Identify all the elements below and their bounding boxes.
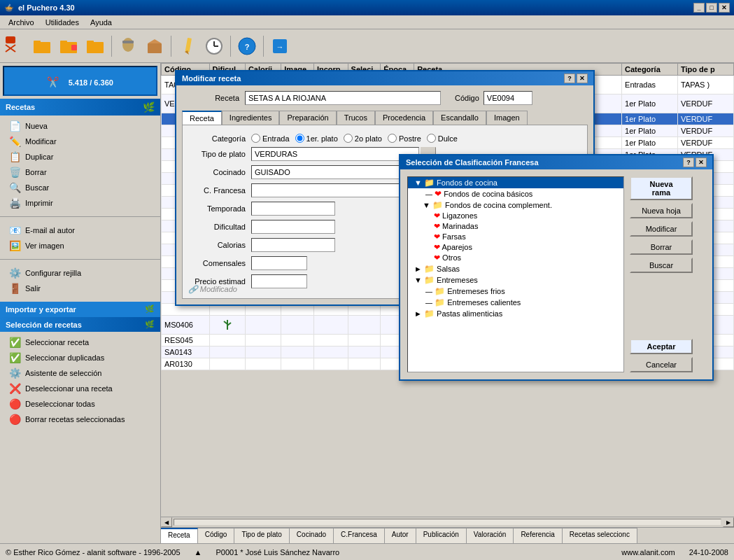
toolbar-btn-folder1[interactable] [29, 34, 55, 59]
nav-modificar[interactable]: ✏️ Modificar [6, 134, 155, 149]
borrar-button[interactable]: Borrar [630, 239, 693, 255]
menu-utilidades[interactable]: Utilidades [40, 17, 85, 28]
modificar-button[interactable]: Modificar [630, 221, 693, 237]
cocinado-input[interactable] [251, 165, 419, 179]
tab-codigo[interactable]: Código [198, 528, 235, 543]
nueva-hoja-button[interactable]: Nueva hoja [630, 203, 693, 218]
tree-item-marinadas[interactable]: ❤ Marinadas [408, 221, 623, 232]
cfrancesa-input[interactable] [251, 183, 419, 197]
radio-1plato[interactable]: 1er. plato [295, 134, 338, 143]
nav-email[interactable]: 📧 E-mail al autor [6, 223, 155, 238]
radio-1plato-input[interactable] [295, 134, 304, 143]
modify-dialog-close-btn[interactable]: ✕ [577, 74, 588, 83]
aceptar-button[interactable]: Aceptar [630, 339, 693, 354]
nav-borrar[interactable]: 🗑️ Borrar [6, 164, 155, 180]
nav-duplicar[interactable]: 📋 Duplicar [6, 149, 155, 164]
codigo-input[interactable] [484, 91, 532, 105]
radio-postre-input[interactable] [388, 134, 397, 143]
scroll-left-btn[interactable]: ◀ [161, 517, 172, 527]
tree-item-fondos-complement[interactable]: ▼ 📁 Fondos de cocina complement. [408, 200, 623, 211]
nav-imprimir[interactable]: 🖨️ Imprimir [6, 195, 155, 211]
cancelar-button[interactable]: Cancelar [630, 357, 693, 372]
nav-salir[interactable]: 🚪 Salir [6, 281, 155, 296]
nav-buscar[interactable]: 🔍 Buscar [6, 180, 155, 195]
nav-imagen[interactable]: 🖼️ Ver imagen [6, 238, 155, 253]
toolbar-btn-help[interactable]: ? [234, 34, 260, 59]
tab-procedencia[interactable]: Procedencia [375, 111, 433, 125]
radio-entrada-input[interactable] [251, 134, 260, 143]
receta-input[interactable] [245, 91, 441, 105]
dificultad-input[interactable] [251, 220, 335, 234]
menu-ayuda[interactable]: Ayuda [85, 17, 118, 28]
tree-item-entremeses-calientes[interactable]: — 📁 Entremeses calientes [408, 297, 623, 308]
tab-publicacion[interactable]: Publicación [416, 528, 467, 543]
toolbar-btn-folder3[interactable] [83, 34, 108, 59]
modify-dialog-help-btn[interactable]: ? [564, 74, 575, 83]
radio-dulce[interactable]: Dulce [427, 134, 458, 143]
tree-item-pastas[interactable]: ► 📁 Pastas alimenticias [408, 308, 623, 319]
nav-deseleccionar[interactable]: ❌ Deseleccionar una receta [6, 381, 155, 396]
precio-input[interactable] [251, 274, 307, 288]
scroll-right-btn[interactable]: ▶ [723, 517, 734, 527]
tree-expand-fondos[interactable]: ▼ [414, 178, 422, 187]
toolbar-btn-pencil[interactable] [175, 34, 200, 59]
minimize-button[interactable]: _ [693, 3, 705, 13]
tree-item-fondos[interactable]: ▼ 📁 Fondos de cocina [408, 177, 623, 188]
toolbar-btn-clock[interactable] [202, 34, 227, 59]
tree-item-salsas[interactable]: ► 📁 Salsas [408, 263, 623, 274]
tab-autor[interactable]: Autor [385, 528, 416, 543]
temporada-input[interactable] [251, 202, 335, 216]
tab-cocinado[interactable]: Cocinado [290, 528, 334, 543]
tree-item-farsas[interactable]: ❤ Farsas [408, 232, 623, 242]
tab-escandallo[interactable]: Escandallo [433, 111, 486, 125]
seleccion-section[interactable]: Selección de recetas 🌿 [0, 317, 160, 332]
tab-receta-inner[interactable]: Receta [182, 111, 222, 125]
toolbar-btn-box[interactable] [142, 34, 167, 59]
nav-borrar-sel[interactable]: 🔴 Borrar recetas seleccionadas [6, 412, 155, 427]
col-tipo[interactable]: Tipo de p [677, 64, 733, 76]
tree-item-entremeses-frios[interactable]: — 📁 Entremeses frios [408, 286, 623, 297]
nav-asistente[interactable]: ⚙️ Asistente de selección [6, 365, 155, 381]
nueva-rama-button[interactable]: Nueva rama [630, 176, 693, 200]
radio-2plato[interactable]: 2o plato [344, 134, 382, 143]
toolbar-btn-scissors[interactable] [3, 34, 28, 59]
tree-item-otros[interactable]: ❤ Otros [408, 253, 623, 263]
classification-dialog-close-btn[interactable]: ✕ [696, 158, 707, 167]
classification-tree[interactable]: ▼ 📁 Fondos de cocina — ❤ Fondos de cocin… [407, 176, 624, 372]
tab-preparacion[interactable]: Preparación [279, 111, 336, 125]
calorias-input[interactable] [251, 238, 335, 252]
status-link[interactable]: www.alanit.com [621, 548, 675, 556]
tab-recetas-sel[interactable]: Recetas seleccionc [563, 528, 637, 543]
tab-receta[interactable]: Receta [161, 528, 198, 543]
radio-entrada[interactable]: Entrada [251, 134, 290, 143]
tree-item-aparejos[interactable]: ❤ Aparejos [408, 242, 623, 253]
tab-imagen[interactable]: Imagen [486, 111, 528, 125]
tab-referencia[interactable]: Referencia [514, 528, 562, 543]
scroll-track[interactable] [174, 519, 721, 526]
tab-ingredientes[interactable]: Ingredientes [222, 111, 280, 125]
importar-section[interactable]: Importar y exportar 🌿 [0, 302, 160, 317]
nav-sel-dup[interactable]: ✅ Seleccionar duplicadas [6, 350, 155, 365]
nav-seleccionar[interactable]: ✅ Seleccionar receta [6, 335, 155, 350]
radio-dulce-input[interactable] [427, 134, 436, 143]
tree-item-ligazones[interactable]: ❤ Ligazones [408, 211, 623, 221]
radio-postre[interactable]: Postre [388, 134, 421, 143]
radio-2plato-input[interactable] [344, 134, 353, 143]
col-categoria[interactable]: Categoría [622, 64, 678, 76]
nav-nueva[interactable]: 📄 Nueva [6, 118, 155, 134]
nav-desel-todas[interactable]: 🔴 Deseleccionar todas [6, 396, 155, 412]
toolbar-btn-exit[interactable]: → [267, 34, 292, 59]
horizontal-scrollbar[interactable]: ◀ ▶ [161, 517, 734, 527]
menu-archivo[interactable]: Archivo [3, 17, 40, 28]
tab-trucos[interactable]: Trucos [337, 111, 375, 125]
tab-cfrancesa[interactable]: C.Francesa [334, 528, 385, 543]
toolbar-btn-folder2[interactable] [56, 34, 81, 59]
toolbar-btn-jar[interactable] [115, 34, 141, 59]
tab-valoracion[interactable]: Valoración [467, 528, 514, 543]
tree-item-fondos-basicos[interactable]: — ❤ Fondos de cocina básicos [408, 188, 623, 200]
maximize-button[interactable]: □ [706, 3, 717, 13]
close-button[interactable]: ✕ [719, 3, 730, 13]
nav-configurar[interactable]: ⚙️ Configurar rejilla [6, 265, 155, 281]
buscar-button[interactable]: Buscar [630, 258, 693, 273]
classification-dialog-help-btn[interactable]: ? [683, 158, 694, 167]
